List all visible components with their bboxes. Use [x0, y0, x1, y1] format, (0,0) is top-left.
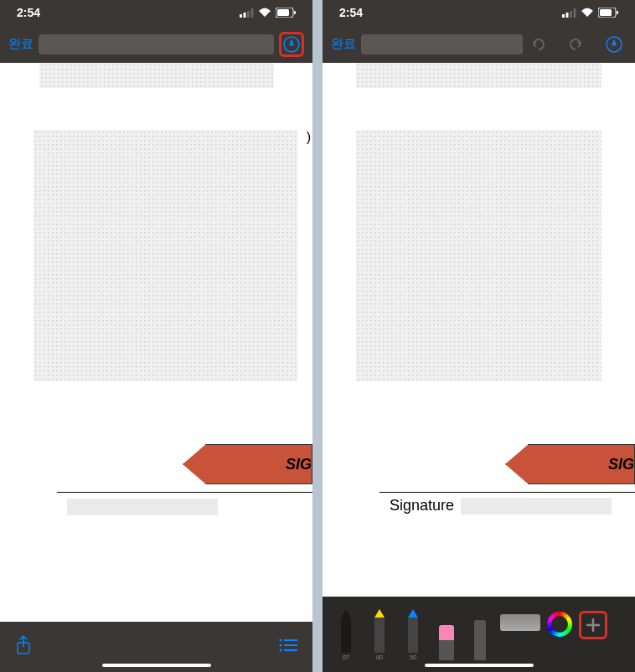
plus-icon [585, 617, 601, 633]
signature-label: Signature [390, 497, 454, 514]
svg-rect-5 [277, 9, 289, 16]
undo-redo-group [528, 34, 586, 55]
wifi-icon [581, 8, 594, 18]
ruler-tool[interactable] [500, 614, 540, 631]
phone-left: 2:54 완료 ) SIG [0, 0, 312, 672]
bottom-toolbar [0, 622, 312, 672]
home-indicator[interactable] [425, 664, 534, 667]
share-icon [15, 635, 32, 655]
dotted-region-small [356, 63, 601, 88]
svg-rect-6 [294, 11, 296, 14]
signature-line [57, 492, 312, 493]
svg-rect-3 [251, 8, 254, 18]
redo-icon [566, 35, 585, 54]
add-button[interactable] [579, 611, 607, 639]
status-bar: 2:54 [0, 0, 312, 25]
undo-icon [529, 35, 548, 54]
signature-line [379, 492, 635, 493]
phone-right: 2:54 완료 SIG Signatu [323, 0, 635, 672]
tool-label: 50 [410, 654, 416, 660]
tool-label: 80 [376, 654, 383, 660]
dotted-region-large [356, 130, 601, 381]
markup-button[interactable] [279, 32, 304, 57]
battery-icon [276, 8, 296, 18]
svg-rect-10 [284, 639, 297, 641]
markup-button[interactable] [601, 32, 627, 57]
status-icons [562, 8, 618, 18]
battery-icon [598, 8, 618, 18]
done-button[interactable]: 완료 [8, 36, 34, 52]
status-time: 2:54 [339, 6, 363, 19]
sign-here-banner: SIG [505, 444, 635, 484]
status-icons [240, 8, 296, 18]
svg-rect-14 [284, 649, 297, 651]
list-icon [279, 638, 297, 652]
svg-rect-20 [600, 9, 612, 16]
svg-rect-0 [240, 14, 242, 18]
svg-point-13 [280, 649, 282, 652]
stray-paren: ) [307, 130, 311, 145]
dotted-region-small [39, 63, 274, 88]
pen-tool-blue[interactable]: 50 [400, 608, 426, 660]
document-content [323, 63, 635, 381]
svg-rect-17 [570, 11, 572, 18]
lasso-tool[interactable] [467, 608, 493, 660]
svg-rect-15 [562, 14, 565, 18]
sign-here-banner: SIG [183, 444, 312, 484]
dotted-region-large [34, 130, 297, 381]
svg-rect-12 [284, 644, 297, 646]
document-title-field[interactable] [39, 34, 274, 54]
home-indicator[interactable] [102, 664, 211, 667]
cellular-icon [240, 8, 254, 18]
status-bar: 2:54 [323, 0, 635, 25]
svg-rect-16 [566, 13, 569, 18]
signature-field[interactable] [461, 498, 612, 514]
markup-pen-icon [605, 35, 623, 54]
markup-tools-bar: 07 80 50 [323, 597, 635, 672]
tool-label: 07 [343, 654, 349, 660]
document-viewport[interactable]: SIG Signature [323, 63, 635, 597]
signature-row: Signature [390, 497, 612, 514]
list-button[interactable] [279, 638, 297, 655]
highlighter-tool-yellow[interactable]: 80 [366, 608, 393, 660]
svg-rect-21 [617, 11, 618, 14]
banner-text: SIG [286, 456, 312, 473]
pen-tool-black[interactable]: 07 [333, 608, 359, 660]
top-toolbar: 완료 [323, 25, 635, 63]
document-content [0, 63, 312, 381]
banner-text: SIG [608, 456, 634, 473]
cellular-icon [562, 8, 576, 18]
markup-pen-icon [282, 35, 301, 54]
document-viewport[interactable]: ) SIG [0, 63, 312, 622]
svg-rect-1 [244, 13, 246, 18]
svg-rect-18 [574, 8, 576, 18]
redo-button[interactable] [565, 34, 586, 55]
eraser-tool[interactable] [433, 608, 460, 660]
share-button[interactable] [15, 635, 32, 659]
signature-field[interactable] [67, 499, 218, 515]
top-toolbar: 완료 [0, 25, 312, 63]
color-picker[interactable] [547, 612, 572, 637]
done-button[interactable]: 완료 [331, 36, 356, 52]
wifi-icon [258, 8, 271, 18]
undo-button[interactable] [528, 34, 550, 55]
svg-point-11 [280, 644, 282, 647]
status-time: 2:54 [17, 6, 40, 19]
document-title-field[interactable] [361, 34, 523, 54]
svg-point-9 [280, 639, 282, 642]
svg-rect-2 [247, 11, 250, 18]
